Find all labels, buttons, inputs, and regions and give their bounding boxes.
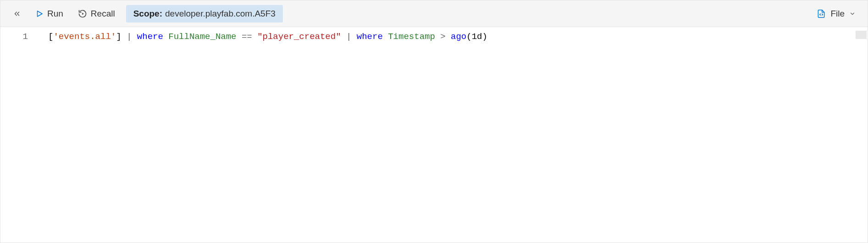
token-space bbox=[163, 32, 168, 42]
token-literal: 1d bbox=[472, 32, 482, 42]
token-bracket-close: ] bbox=[116, 32, 121, 42]
play-icon bbox=[35, 10, 44, 18]
token-identifier: Timestamp bbox=[388, 32, 435, 42]
svg-marker-1 bbox=[82, 12, 84, 15]
token-pipe: | bbox=[127, 32, 132, 42]
token-identifier: FullName_Name bbox=[168, 32, 236, 42]
line-gutter: 1 bbox=[0, 27, 41, 243]
token-operator: == bbox=[242, 32, 252, 42]
token-space bbox=[132, 32, 137, 42]
code-editor[interactable]: ['events.all'] | where FullName_Name == … bbox=[41, 27, 868, 243]
editor-container: 1 ['events.all'] | where FullName_Name =… bbox=[0, 27, 868, 243]
collapse-button[interactable] bbox=[7, 5, 27, 23]
token-paren-close: ) bbox=[482, 32, 487, 42]
token-space bbox=[237, 32, 242, 42]
code-line: ['events.all'] | where FullName_Name == … bbox=[41, 31, 868, 43]
file-menu-button[interactable]: File bbox=[811, 6, 861, 22]
scope-label: Scope: bbox=[133, 9, 162, 19]
file-code-icon bbox=[817, 9, 826, 19]
token-space bbox=[341, 32, 346, 42]
run-button[interactable]: Run bbox=[29, 6, 70, 22]
token-space bbox=[446, 32, 451, 42]
token-space bbox=[122, 32, 127, 42]
recall-button[interactable]: Recall bbox=[72, 6, 122, 22]
scope-selector[interactable]: Scope: developer.playfab.com.A5F3 bbox=[126, 5, 283, 22]
toolbar: Run Recall Scope: developer.playfab.com.… bbox=[0, 0, 868, 27]
token-space bbox=[351, 32, 356, 42]
token-bracket-open: [ bbox=[48, 32, 53, 42]
recall-label: Recall bbox=[91, 9, 115, 19]
file-label: File bbox=[830, 9, 845, 19]
token-function: ago bbox=[451, 32, 466, 42]
token-keyword: where bbox=[357, 32, 383, 42]
line-number: 1 bbox=[0, 31, 41, 43]
token-string: 'events.all' bbox=[53, 32, 116, 42]
run-label: Run bbox=[47, 9, 63, 19]
minimap[interactable] bbox=[856, 31, 867, 39]
svg-marker-0 bbox=[38, 11, 43, 17]
token-space bbox=[435, 32, 440, 42]
token-pipe: | bbox=[346, 32, 351, 42]
token-keyword: where bbox=[137, 32, 163, 42]
scope-value: developer.playfab.com.A5F3 bbox=[165, 9, 276, 19]
token-string: "player_created" bbox=[257, 32, 341, 42]
token-paren-open: ( bbox=[466, 32, 471, 42]
recall-icon bbox=[78, 9, 87, 18]
token-operator: > bbox=[440, 32, 445, 42]
token-space bbox=[252, 32, 257, 42]
token-space bbox=[383, 32, 388, 42]
chevron-down-icon bbox=[849, 11, 856, 17]
chevron-double-left-icon bbox=[13, 10, 21, 18]
